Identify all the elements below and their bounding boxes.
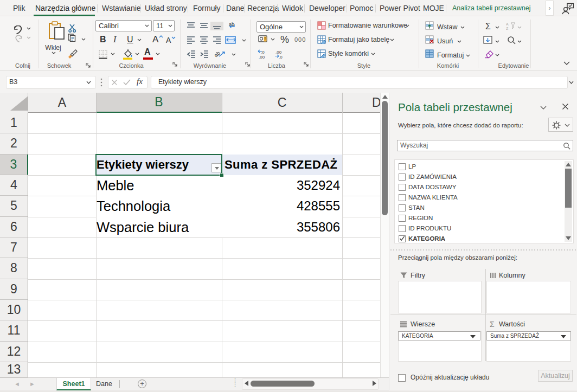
svg-text:A: A	[506, 22, 509, 26]
svg-text:.00: .00	[275, 50, 282, 55]
svg-text:.00: .00	[259, 55, 265, 60]
svg-text:ab: ab	[213, 50, 221, 59]
svg-text:Z: Z	[506, 27, 509, 30]
svg-text:.0: .0	[261, 50, 265, 55]
svg-text:.0: .0	[279, 55, 283, 60]
